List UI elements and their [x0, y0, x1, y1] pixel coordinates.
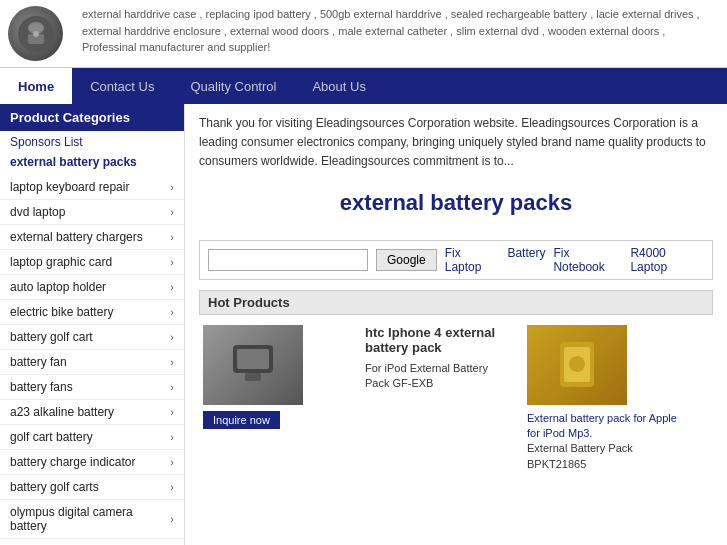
sidebar-item-auto-laptop[interactable]: auto laptop holder ›: [0, 275, 184, 300]
banner-link-5[interactable]: lacie external drives: [596, 8, 693, 20]
chevron-right-icon: ›: [170, 331, 174, 343]
banner-link-6[interactable]: external harddrive enclosure: [82, 25, 221, 37]
banner-link-9[interactable]: slim external dvd: [456, 25, 539, 37]
sidebar-item-battery-golf-cart[interactable]: battery golf cart ›: [0, 325, 184, 350]
sidebar-item-laptop-keyboard[interactable]: laptop keyboard repair ›: [0, 175, 184, 200]
sidebar-item-laptop-graphic[interactable]: laptop graphic card ›: [0, 250, 184, 275]
nav-about[interactable]: About Us: [294, 68, 383, 104]
nav-home[interactable]: Home: [0, 68, 72, 104]
chevron-right-icon: ›: [170, 256, 174, 268]
sidebar-item-battery-charge-indicator[interactable]: battery charge indicator ›: [0, 450, 184, 475]
nav-contact[interactable]: Contact Us: [72, 68, 172, 104]
chevron-right-icon: ›: [170, 231, 174, 243]
svg-rect-5: [237, 349, 269, 369]
content-area: Thank you for visiting Eleadingsources C…: [185, 104, 727, 545]
svg-rect-6: [245, 373, 261, 381]
search-link-r4000[interactable]: R4000 Laptop: [630, 246, 704, 274]
banner-text: external harddrive case , replacing ipod…: [82, 6, 700, 56]
product-desc-2: External Battery Pack BPKT21865: [527, 441, 677, 472]
sidebar-item-dvd-laptop[interactable]: dvd laptop ›: [0, 200, 184, 225]
chevron-right-icon: ›: [170, 431, 174, 443]
sidebar-item-battery-fan[interactable]: battery fan ›: [0, 350, 184, 375]
chevron-right-icon: ›: [170, 406, 174, 418]
sidebar: Product Categories Sponsors List externa…: [0, 104, 185, 545]
welcome-text: Thank you for visiting Eleadingsources C…: [199, 114, 713, 172]
svg-point-3: [33, 31, 39, 37]
product-image-2: [527, 325, 627, 405]
banner-link-8[interactable]: male external catheter: [338, 25, 447, 37]
banner-link-10[interactable]: wooden external doors: [548, 25, 659, 37]
product-card-1-detail: htc Iphone 4 external battery pack For i…: [365, 325, 515, 473]
product-desc-blue-2: External battery pack for Apple for iPod…: [527, 411, 677, 442]
sidebar-item-ext-battery-chargers[interactable]: external battery chargers ›: [0, 225, 184, 250]
sidebar-item-a23-alkaline[interactable]: a23 alkaline battery ›: [0, 400, 184, 425]
chevron-right-icon: ›: [170, 356, 174, 368]
banner-link-2[interactable]: replacing ipod battery: [206, 8, 311, 20]
search-link-fix-laptop[interactable]: Fix Laptop: [445, 246, 500, 274]
navbar: Home Contact Us Quality Control About Us: [0, 68, 727, 104]
top-banner: external harddrive case , replacing ipod…: [0, 0, 727, 68]
product-card-1: Inquire now: [203, 325, 353, 473]
chevron-right-icon: ›: [170, 456, 174, 468]
sidebar-item-golf-cart-battery[interactable]: golf cart battery ›: [0, 425, 184, 450]
search-link-battery[interactable]: Battery: [507, 246, 545, 274]
chevron-right-icon: ›: [170, 381, 174, 393]
search-input[interactable]: [208, 249, 368, 271]
banner-link-7[interactable]: external wood doors: [230, 25, 329, 37]
sidebar-item-olympus[interactable]: olympus digital camera battery ›: [0, 500, 184, 539]
product-desc-1: For iPod External Battery Pack GF-EXB: [365, 361, 515, 392]
sidebar-item-battery-fans[interactable]: battery fans ›: [0, 375, 184, 400]
banner-link-4[interactable]: sealed rechargeable battery: [451, 8, 587, 20]
chevron-right-icon: ›: [170, 513, 174, 525]
search-link-fix-notebook[interactable]: Fix Notebook: [553, 246, 622, 274]
chevron-right-icon: ›: [170, 281, 174, 293]
hot-products-bar: Hot Products: [199, 290, 713, 315]
logo-icon: [8, 6, 63, 61]
product-area: Inquire now htc Iphone 4 external batter…: [199, 325, 713, 473]
main-layout: Product Categories Sponsors List externa…: [0, 104, 727, 545]
product-card-2: External battery pack for Apple for iPod…: [527, 325, 677, 473]
sidebar-item-battery-golf-carts[interactable]: battery golf carts ›: [0, 475, 184, 500]
logo-area: [8, 6, 78, 61]
product-image-1: [203, 325, 303, 405]
svg-point-9: [569, 356, 585, 372]
nav-quality[interactable]: Quality Control: [172, 68, 294, 104]
page-heading: external battery packs: [199, 190, 713, 216]
chevron-right-icon: ›: [170, 206, 174, 218]
chevron-right-icon: ›: [170, 481, 174, 493]
search-links: Fix Laptop Battery Fix Notebook R4000 La…: [445, 246, 704, 274]
google-button[interactable]: Google: [376, 249, 437, 271]
chevron-right-icon: ›: [170, 181, 174, 193]
sidebar-title: Product Categories: [0, 104, 184, 131]
banner-tagline: Professinal manufacturer and supplier!: [82, 41, 270, 53]
search-bar: Google Fix Laptop Battery Fix Notebook R…: [199, 240, 713, 280]
banner-link-3[interactable]: 500gb external harddrive: [320, 8, 442, 20]
inquire-button-1[interactable]: Inquire now: [203, 411, 280, 429]
sidebar-current-category: external battery packs: [0, 153, 184, 175]
chevron-right-icon: ›: [170, 306, 174, 318]
banner-links: external harddrive case , replacing ipod…: [82, 8, 700, 53]
product-title-1: htc Iphone 4 external battery pack: [365, 325, 515, 355]
sidebar-item-button-battery[interactable]: button battery ›: [0, 539, 184, 545]
sidebar-item-electric-bike[interactable]: electric bike battery ›: [0, 300, 184, 325]
banner-link-1[interactable]: external harddrive case: [82, 8, 196, 20]
sidebar-sponsors-link[interactable]: Sponsors List: [0, 131, 184, 153]
